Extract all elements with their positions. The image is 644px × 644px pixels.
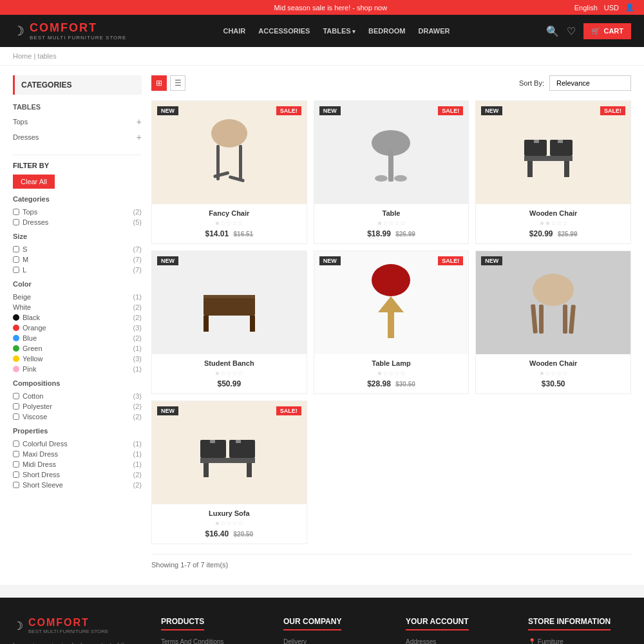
product-info-3: Wooden Chair ★★☆☆☆ $20.99 $25.99 (476, 204, 630, 243)
svg-rect-32 (210, 440, 215, 443)
badge-new-6: NEW (481, 256, 502, 265)
svg-rect-33 (236, 440, 241, 443)
sort-dropdown[interactable]: Relevance Price: Low to High Price: High… (549, 75, 631, 91)
product-image-5: NEW SALE! (314, 251, 469, 354)
sidebar-categories-title: CATEGORIES (13, 75, 142, 95)
svg-rect-6 (388, 149, 393, 182)
product-card-6[interactable]: NEW Wooden Chair ★☆☆☆☆ $30.50 (475, 251, 631, 394)
cart-button[interactable]: 🛒 CART (583, 23, 631, 39)
product-card-5[interactable]: NEW SALE! Table Lamp ★☆☆☆☆ $28.98 $30.50 (314, 251, 469, 394)
svg-point-22 (533, 274, 574, 306)
footer-logo: ☽ COMFORT BEST MULTI FURNITURE STORE (13, 617, 142, 634)
product-image-4: NEW (152, 251, 307, 354)
logo-icon: ☽ (13, 23, 24, 39)
product-name-6: Wooden Chair (481, 359, 625, 367)
product-info-7: Luxury Sofa ★☆☆☆☆ $16.40 $20.50 (152, 504, 307, 544)
filter-color-beige: Beige (1) (13, 292, 142, 302)
wishlist-icon[interactable]: ♡ (567, 25, 576, 37)
clear-filter-button[interactable]: Clear All (13, 175, 55, 189)
footer-logo-text: COMFORT (28, 617, 108, 629)
product-image-3: NEW SALE! (476, 101, 630, 204)
product-name-2: Table (319, 209, 464, 217)
product-stars-4: ★☆☆☆☆ (157, 370, 301, 377)
footer: ☽ COMFORT BEST MULTI FURNITURE STORE Lor… (0, 598, 644, 644)
product-price-6: $30.50 (481, 379, 625, 388)
footer-top: ☽ COMFORT BEST MULTI FURNITURE STORE Lor… (13, 617, 631, 644)
sidebar: CATEGORIES TABLES Tops + Dresses + FILTE… (13, 75, 142, 575)
breadcrumb-current: tables (37, 52, 56, 60)
filter-maxi-dress: Maxi Dress (1) (13, 449, 142, 459)
sort-section: Sort By: Relevance Price: Low to High Pr… (519, 75, 631, 91)
filter-item-tops: Tops (2) (13, 207, 142, 217)
product-name-3: Wooden Chair (481, 209, 625, 217)
badge-new-2: NEW (319, 106, 341, 115)
product-card-3[interactable]: NEW SALE! Wooden Chair ★★☆☆☆ $20.99 $25.… (475, 100, 631, 244)
product-info-5: Table Lamp ★☆☆☆☆ $28.98 $30.50 (314, 354, 469, 393)
color-title: Color (13, 280, 142, 288)
product-name-4: Student Banch (157, 359, 301, 367)
badge-sale-7: SALE! (276, 406, 301, 415)
nav-accessories[interactable]: ACCESSORIES (258, 27, 310, 35)
breadcrumb-home[interactable]: Home (13, 52, 32, 60)
cart-label: CART (603, 27, 623, 35)
product-price-5: $28.98 $30.50 (319, 379, 464, 388)
svg-point-20 (372, 264, 410, 296)
sort-label: Sort By: (519, 79, 544, 87)
nav-tables[interactable]: TABLES (323, 27, 355, 35)
sidebar-item-dresses[interactable]: Dresses + (13, 129, 142, 145)
filter-color-green: Green (1) (13, 343, 142, 354)
filter-color-black: Black (2) (13, 312, 142, 323)
badge-sale-2: SALE! (438, 106, 463, 115)
product-info-4: Student Banch ★☆☆☆☆ $50.99 (152, 354, 307, 393)
logo[interactable]: ☽ COMFORT BEST MULTI FURNITURE STORE (13, 21, 126, 41)
showing-results: Showing 1-7 of 7 item(s) (151, 554, 631, 575)
svg-rect-12 (527, 161, 533, 177)
footer-brand: ☽ COMFORT BEST MULTI FURNITURE STORE Lor… (13, 617, 142, 644)
footer-company-col: Our Company Delivery Legal Notice Contac… (283, 617, 386, 644)
search-icon[interactable]: 🔍 (546, 25, 559, 37)
account-icon[interactable]: 👤 (625, 3, 634, 12)
product-card-2[interactable]: NEW SALE! Table ★☆☆☆☆ $18.99 $26.99 (314, 100, 469, 244)
footer-account-title: Your Account (406, 617, 469, 630)
svg-rect-23 (531, 304, 538, 333)
badge-new-1: NEW (157, 106, 178, 115)
view-icons: ⊞ ☰ (151, 75, 185, 91)
nav-chair[interactable]: CHAIR (223, 27, 245, 35)
product-image-2: NEW SALE! (314, 101, 469, 204)
list-view-button[interactable]: ☰ (170, 75, 185, 91)
grid-view-button[interactable]: ⊞ (151, 75, 167, 91)
nav-drawer[interactable]: DRAWER (419, 27, 450, 35)
product-name-5: Table Lamp (319, 359, 464, 367)
filter-color-white: White (2) (13, 302, 142, 312)
svg-rect-18 (250, 316, 255, 332)
badge-new-3: NEW (481, 106, 502, 115)
footer-link-delivery[interactable]: Delivery (283, 638, 386, 644)
product-card-1[interactable]: NEW SALE! Fancy Chair ★☆☆☆☆ $14.01 $16.5… (151, 100, 307, 244)
product-card-4[interactable]: NEW Student Banch ★☆☆☆☆ $50.99 (151, 251, 307, 394)
badge-sale-5: SALE! (438, 256, 463, 265)
filter-cotton: Cotton (3) (13, 391, 142, 401)
filter-colorful-dress: Colorful Dress (1) (13, 439, 142, 449)
svg-rect-24 (569, 305, 576, 334)
product-area: ⊞ ☰ Sort By: Relevance Price: Low to Hig… (151, 75, 631, 575)
top-bar: Mid season sale is here! - shop now Engl… (0, 0, 644, 15)
footer-logo-icon: ☽ (13, 619, 23, 633)
header-icons: 🔍 ♡ 🛒 CART (546, 23, 631, 39)
badge-new-4: NEW (157, 256, 178, 265)
sidebar-item-tops[interactable]: Tops + (13, 114, 142, 129)
filter-color-orange: Orange (3) (13, 323, 142, 333)
language-selector[interactable]: English (574, 4, 598, 12)
product-card-7[interactable]: NEW SALE! Luxury Sofa ★☆☆☆☆ $16.40 $20.5… (151, 401, 307, 544)
footer-link-addresses[interactable]: Addresses (406, 638, 509, 644)
svg-rect-14 (534, 140, 539, 143)
footer-products-col: Products Terms And Conditions About Us S… (161, 617, 264, 644)
filter-polyester: Polyester (2) (13, 401, 142, 412)
nav-bedroom[interactable]: BEDROOM (368, 27, 405, 35)
badge-sale-1: SALE! (276, 106, 301, 115)
footer-link-terms[interactable]: Terms And Conditions (161, 638, 264, 644)
footer-description: Lorem ipsum is simply dummy text of the … (13, 641, 142, 644)
svg-rect-3 (213, 171, 229, 178)
currency-selector[interactable]: USD (604, 4, 619, 12)
product-name-1: Fancy Chair (157, 209, 301, 217)
product-stars-6: ★☆☆☆☆ (481, 370, 625, 377)
